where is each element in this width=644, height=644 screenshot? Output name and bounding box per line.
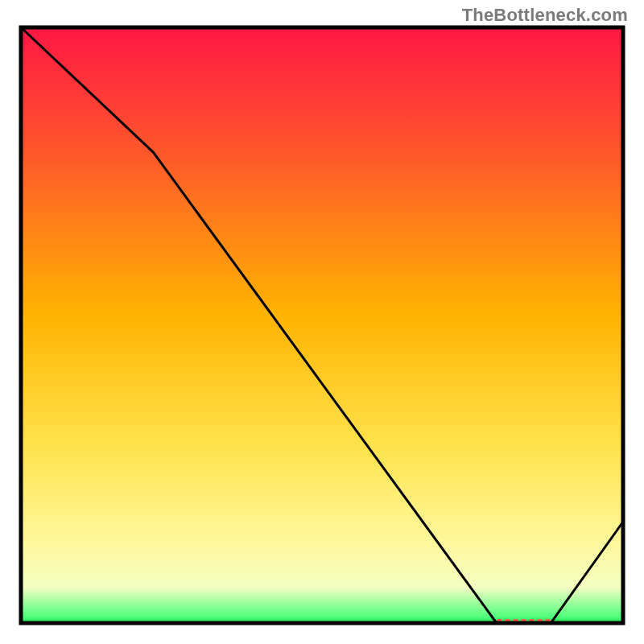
plot-background (21, 27, 623, 623)
chart-container: TheBottleneck.com (0, 0, 644, 644)
chart-svg (0, 0, 644, 644)
